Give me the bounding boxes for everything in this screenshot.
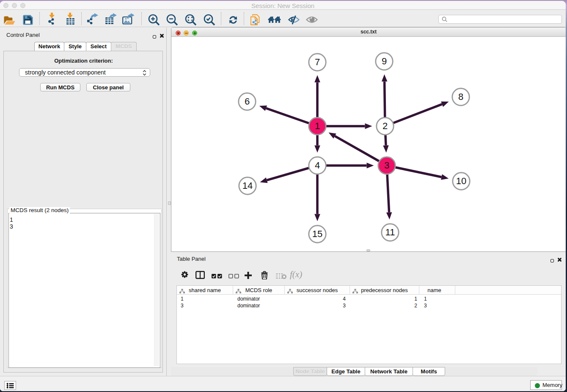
svg-text:3: 3 bbox=[384, 160, 389, 171]
svg-text:15: 15 bbox=[312, 229, 322, 239]
svg-text:10: 10 bbox=[456, 176, 466, 186]
svg-text:1: 1 bbox=[315, 121, 320, 131]
svg-text:6: 6 bbox=[245, 96, 250, 107]
svg-text:4: 4 bbox=[315, 160, 320, 171]
svg-text:14: 14 bbox=[242, 180, 253, 191]
svg-text:2: 2 bbox=[383, 121, 388, 131]
svg-text:11: 11 bbox=[385, 227, 395, 237]
svg-text:7: 7 bbox=[315, 57, 320, 67]
svg-text:9: 9 bbox=[382, 56, 387, 66]
svg-text:8: 8 bbox=[458, 91, 463, 102]
